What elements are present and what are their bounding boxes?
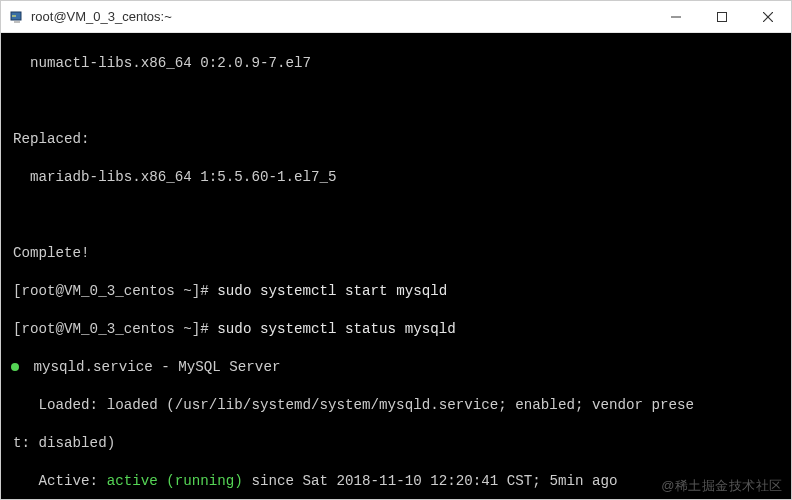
window-title: root@VM_0_3_centos:~ xyxy=(31,9,653,24)
putty-icon xyxy=(9,9,25,25)
output-line: t: disabled) xyxy=(13,434,787,453)
terminal-body[interactable]: numactl-libs.x86_64 0:2.0.9-7.el7 Replac… xyxy=(1,33,791,499)
close-button[interactable] xyxy=(745,1,791,32)
command-text: sudo systemctl start mysqld xyxy=(209,283,447,299)
terminal-window: root@VM_0_3_centos:~ numactl-libs.x86_64… xyxy=(0,0,792,500)
output-line: Replaced: xyxy=(13,130,787,149)
maximize-button[interactable] xyxy=(699,1,745,32)
prompt: [root@VM_0_3_centos ~]# xyxy=(13,283,209,299)
output-line: Complete! xyxy=(13,244,787,263)
output-line: Loaded: loaded (/usr/lib/systemd/system/… xyxy=(13,396,787,415)
prompt-line: [root@VM_0_3_centos ~]# sudo systemctl s… xyxy=(13,320,787,339)
active-line: Active: active (running) since Sat 2018-… xyxy=(13,472,787,491)
output-line: mariadb-libs.x86_64 1:5.5.60-1.el7_5 xyxy=(13,168,787,187)
output-line: numactl-libs.x86_64 0:2.0.9-7.el7 xyxy=(13,54,787,73)
prompt-line: [root@VM_0_3_centos ~]# sudo systemctl s… xyxy=(13,282,787,301)
prompt: [root@VM_0_3_centos ~]# xyxy=(13,321,209,337)
titlebar[interactable]: root@VM_0_3_centos:~ xyxy=(1,1,791,33)
active-status: active (running) xyxy=(107,473,243,489)
window-controls xyxy=(653,1,791,32)
output-line xyxy=(13,206,787,225)
svg-rect-1 xyxy=(14,21,20,23)
output-line xyxy=(13,92,787,111)
command-text: sudo systemctl status mysqld xyxy=(209,321,456,337)
minimize-button[interactable] xyxy=(653,1,699,32)
service-line: mysqld.service - MySQL Server xyxy=(13,358,787,377)
status-bullet-icon xyxy=(11,363,19,371)
svg-rect-4 xyxy=(718,12,727,21)
